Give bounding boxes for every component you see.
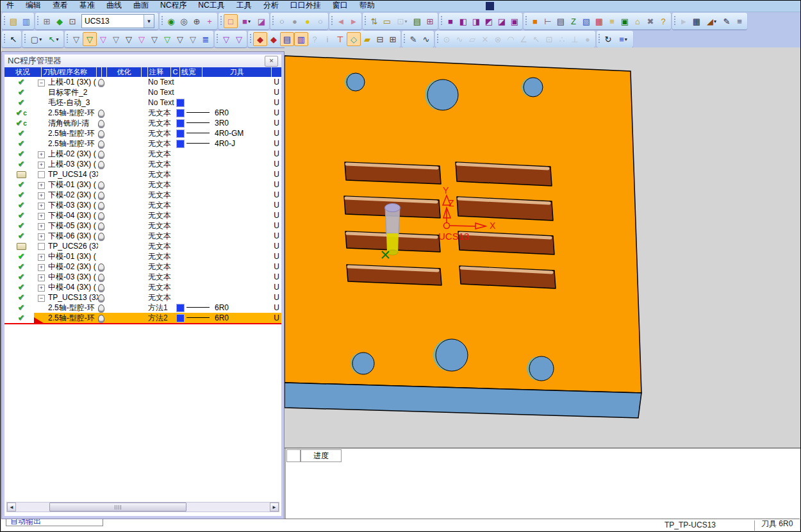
- status-check-icon[interactable]: [4, 303, 38, 313]
- table-row[interactable]: 下模-04 (3X) (无文本U: [4, 210, 281, 220]
- z-level-icon[interactable]: Z: [567, 14, 580, 28]
- tab-progress[interactable]: 进度: [301, 449, 342, 462]
- comment-cell[interactable]: No Text: [148, 97, 176, 108]
- cube-shaded-icon[interactable]: ■: [238, 14, 255, 28]
- program-name[interactable]: 中模-03 (3X) (: [48, 272, 98, 282]
- tools-icon[interactable]: ✖: [644, 14, 657, 28]
- tp-plus-icon[interactable]: ⊞: [386, 32, 399, 46]
- status-check-icon[interactable]: [4, 128, 38, 138]
- filter-t-purple-icon[interactable]: ▽: [220, 32, 233, 46]
- paint-bucket-icon[interactable]: ◢: [703, 14, 720, 28]
- filter-list-icon[interactable]: ≣: [199, 32, 212, 46]
- bulb-pick-icon[interactable]: ○: [314, 14, 327, 28]
- status-check-icon[interactable]: [4, 220, 38, 231]
- table-row[interactable]: 2.5轴-型腔-环无文本6R0U: [4, 108, 281, 118]
- tp-minus-icon[interactable]: ⊟: [374, 32, 386, 46]
- program-name[interactable]: 下模-02 (3X) (: [48, 190, 98, 200]
- program-name[interactable]: 下模-05 (3X) (: [48, 220, 98, 231]
- menu-item[interactable]: 窗口: [327, 1, 354, 12]
- program-name[interactable]: 目标零件_2: [48, 87, 98, 97]
- col-linewidth[interactable]: 线宽: [180, 67, 202, 77]
- color-grid-icon[interactable]: ▦: [593, 14, 606, 28]
- more-icon[interactable]: ≡: [733, 14, 746, 28]
- comment-cell[interactable]: 无文本: [148, 251, 176, 262]
- expand-toggle-icon[interactable]: [38, 77, 48, 87]
- comment-cell[interactable]: 无文本: [148, 190, 176, 200]
- scroll-thumb[interactable]: [49, 503, 186, 511]
- status-check-icon[interactable]: [4, 190, 38, 200]
- bulb-off-icon[interactable]: ●: [288, 14, 301, 28]
- lamp-icon[interactable]: ⌂: [631, 14, 644, 28]
- status-check-icon[interactable]: [4, 262, 38, 272]
- program-name[interactable]: 中模-01 (3X) (: [48, 251, 98, 262]
- col-comment[interactable]: 注释: [148, 67, 171, 77]
- ucs-gem-icon[interactable]: ◆: [53, 14, 66, 28]
- table-row[interactable]: 2.5轴-型腔-环方法26R0U: [4, 313, 281, 324]
- status-check-icon[interactable]: [4, 87, 38, 97]
- measure-axis-icon[interactable]: ⊥: [568, 32, 581, 46]
- cube-left-icon[interactable]: ◩: [483, 14, 495, 28]
- status-check-icon[interactable]: [4, 251, 38, 262]
- table-row[interactable]: 下模-06 (3X) (无文本U: [4, 231, 281, 241]
- scroll-track[interactable]: [16, 503, 270, 511]
- col-tool[interactable]: 刀具: [202, 67, 272, 77]
- comment-cell[interactable]: 无文本: [148, 262, 176, 272]
- measure-xyz-icon[interactable]: ∴: [556, 32, 568, 46]
- menu-item[interactable]: NC程序: [154, 1, 192, 12]
- comment-cell[interactable]: 无文本: [148, 282, 176, 292]
- properties-icon[interactable]: ▧: [580, 14, 593, 28]
- prev-view-icon[interactable]: ◄: [334, 14, 347, 28]
- bulb-on-icon[interactable]: ●: [301, 14, 314, 28]
- comment-cell[interactable]: 方法1: [148, 303, 176, 313]
- pointer-gray-icon[interactable]: ►: [677, 14, 690, 28]
- col-name[interactable]: 刀轨/程序名称: [42, 67, 97, 77]
- output-tab-blank[interactable]: [286, 449, 301, 462]
- cube-front-icon[interactable]: ◨: [470, 14, 483, 28]
- table-row[interactable]: 清角铣削-清无文本3R0U: [4, 118, 281, 128]
- comment-cell[interactable]: 无文本: [148, 241, 176, 251]
- expand-toggle-icon[interactable]: [38, 190, 48, 200]
- measure-angle-icon[interactable]: ∠: [517, 32, 530, 46]
- marquee-select-icon[interactable]: ▢: [28, 32, 45, 46]
- menu-item[interactable]: 曲面: [128, 1, 154, 12]
- menu-item[interactable]: 编辑: [20, 1, 47, 12]
- status-check-icon[interactable]: [4, 97, 38, 108]
- program-name[interactable]: 上模-03 (3X) (: [48, 159, 98, 169]
- menu-item[interactable]: 基准: [74, 1, 101, 12]
- table-row[interactable]: 下模-02 (3X) (无文本U: [4, 190, 281, 200]
- table-row[interactable]: 上模-03 (3X) (无文本U: [4, 159, 281, 169]
- expand-toggle-icon[interactable]: [38, 282, 48, 292]
- filter-back-icon[interactable]: ▽: [110, 32, 122, 46]
- table-row[interactable]: 下模-03 (3X) (无文本U: [4, 200, 281, 210]
- pen-icon[interactable]: ✎: [720, 14, 733, 28]
- table-row[interactable]: 中模-02 (3X) (无文本U: [4, 262, 281, 272]
- menu-item[interactable]: 分析: [258, 1, 285, 12]
- toolpath-calc-icon[interactable]: ◆: [267, 32, 280, 46]
- filter-pink-icon[interactable]: ▽: [135, 32, 148, 46]
- status-check-icon[interactable]: [4, 108, 38, 119]
- cube-right-icon[interactable]: ◪: [495, 14, 508, 28]
- status-check-icon[interactable]: [4, 210, 38, 220]
- ucs-combo[interactable]: UCS13 ▼: [81, 14, 154, 28]
- scroll-left-icon[interactable]: ◄: [7, 503, 16, 511]
- program-name[interactable]: 2.5轴-型腔-环: [48, 128, 98, 138]
- zoom-in-icon[interactable]: ⊕: [190, 14, 203, 28]
- table-row[interactable]: 下模-01 (3X) (无文本U: [4, 179, 281, 190]
- expand-toggle-icon[interactable]: [38, 231, 48, 241]
- node-edit-icon[interactable]: ◇: [347, 32, 361, 46]
- table-row[interactable]: 中模-04 (3X) (无文本U: [4, 282, 281, 292]
- box-star-icon[interactable]: ⊡: [393, 14, 411, 28]
- program-name[interactable]: 上模-01 (3X) (: [48, 77, 98, 87]
- cube-corner-icon[interactable]: ◪: [255, 14, 268, 28]
- list-view2-icon[interactable]: ▥: [294, 32, 308, 46]
- status-check-icon[interactable]: [4, 77, 38, 87]
- program-name[interactable]: 2.5轴-型腔-环: [48, 108, 98, 118]
- table-row[interactable]: 上模-01 (3X) (No TextU: [4, 77, 281, 87]
- status-check-icon[interactable]: [4, 282, 38, 292]
- program-name[interactable]: 下模-06 (3X) (: [48, 231, 98, 241]
- comment-cell[interactable]: 无文本: [148, 108, 176, 118]
- cursor-delete-icon[interactable]: ↖: [7, 32, 20, 46]
- viewport-3d[interactable]: X Y Z UCS13: [285, 47, 800, 447]
- expand-toggle-icon[interactable]: [38, 159, 48, 169]
- program-name[interactable]: TP_UCS13 (3X): [48, 292, 98, 303]
